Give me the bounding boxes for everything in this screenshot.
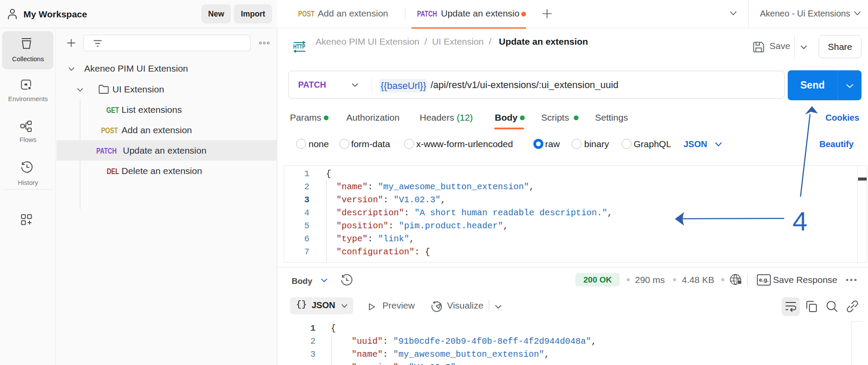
svg-text:HTTP: HTTP	[293, 43, 306, 50]
